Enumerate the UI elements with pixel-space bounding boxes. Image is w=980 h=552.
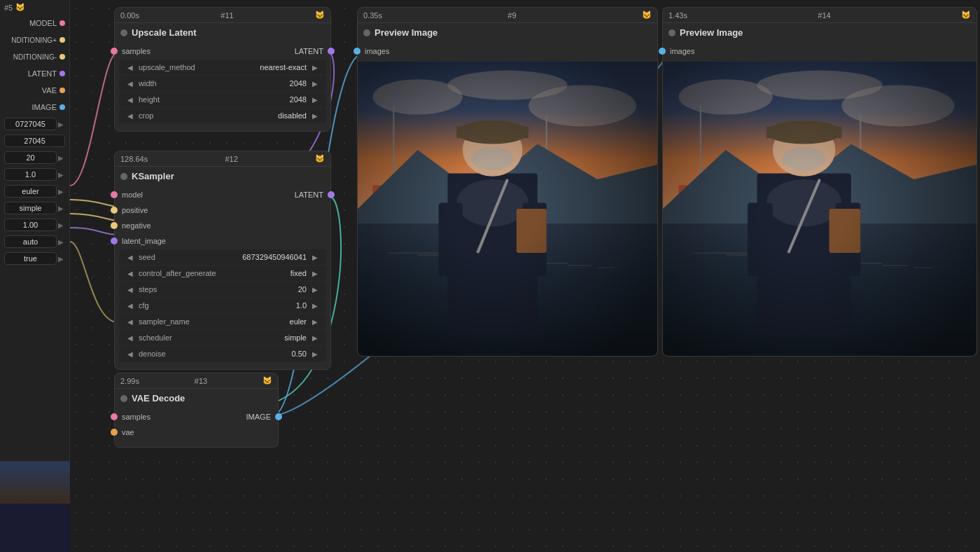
preview1-id: #9: [507, 11, 516, 20]
param-steps[interactable]: ◀ steps 20 ▶: [119, 282, 326, 297]
seed-value: 0727045: [4, 118, 57, 130]
sampler-arrow[interactable]: ▶: [57, 188, 65, 195]
preview2-id: #14: [818, 11, 830, 20]
preview2-body: images: [663, 41, 976, 62]
ksampler-header: 128.64s #12 🐱: [115, 151, 330, 167]
width-value: 2048: [290, 79, 309, 88]
sidebar-item-model: MODEL: [0, 15, 69, 32]
sampler-name-left-arrow[interactable]: ◀: [125, 318, 136, 326]
sidebar-item-latent: LATENT: [0, 65, 69, 82]
cfg-right-arrow[interactable]: ▶: [309, 302, 321, 310]
scheduler-param-name: scheduler: [136, 333, 284, 342]
width-left-arrow[interactable]: ◀: [125, 80, 136, 88]
preview1-port-images: images: [358, 43, 657, 59]
upscale-body: samples LATENT ◀ upscale_method nearest-…: [115, 41, 330, 131]
upscale-method-right-arrow[interactable]: ▶: [309, 64, 321, 71]
cfg-arrow[interactable]: ▶: [57, 171, 65, 179]
seed-row[interactable]: 0727045 ▶: [0, 116, 69, 132]
vae-dot: [59, 88, 65, 93]
denoise-right-arrow[interactable]: ▶: [309, 350, 321, 358]
auto-arrow[interactable]: ▶: [57, 238, 65, 246]
sampler-name-right-arrow[interactable]: ▶: [309, 318, 321, 326]
scheduler-arrow[interactable]: ▶: [57, 205, 65, 212]
fire-icon-14: 🐱: [961, 11, 971, 20]
preview1-body: images: [358, 41, 657, 62]
cfg-left-arrow[interactable]: ◀: [125, 302, 136, 310]
param-upscale-method[interactable]: ◀ upscale_method nearest-exact ▶: [119, 60, 326, 75]
seed-right-arrow[interactable]: ▶: [309, 254, 321, 261]
control-param-value: fixed: [290, 269, 309, 277]
model-port-label: model: [122, 191, 143, 199]
height-right-arrow[interactable]: ▶: [309, 96, 321, 104]
upscale-method-value: nearest-exact: [260, 63, 309, 71]
seed-left-arrow[interactable]: ◀: [125, 254, 136, 261]
scheduler-row[interactable]: simple ▶: [0, 200, 69, 216]
latent-out-label: LATENT: [295, 47, 323, 55]
preview2-header: 1.43s #14 🐱: [663, 8, 976, 23]
fire-icon-5: 🐱: [15, 3, 25, 12]
param-control-after[interactable]: ◀ control_after_generate fixed ▶: [119, 265, 326, 281]
preview2-port-images: images: [663, 43, 976, 59]
latent-label: LATENT: [3, 69, 57, 78]
control-right-arrow[interactable]: ▶: [309, 270, 321, 277]
latent-port-label: latent_image: [122, 237, 166, 245]
true-value: true: [4, 252, 57, 265]
fire-icon-9: 🐱: [642, 11, 652, 20]
vae-time: 2.99s: [120, 377, 139, 385]
ksampler-port-negative: negative: [115, 218, 330, 233]
node-upscale-latent: 0.00s #11 🐱 Upscale Latent samples LATEN…: [114, 7, 331, 132]
latent-out-dot: [328, 48, 335, 55]
denoise-arrow[interactable]: ▶: [57, 221, 65, 229]
upscale-title: Upscale Latent: [115, 23, 330, 41]
param-width[interactable]: ◀ width 2048 ▶: [119, 76, 326, 91]
sidebar-item-conditioning-pos: NDITIONING+: [0, 32, 69, 48]
negative-in-dot: [111, 222, 118, 229]
param-scheduler[interactable]: ◀ scheduler simple ▶: [119, 330, 326, 345]
crop-left-arrow[interactable]: ◀: [125, 112, 136, 120]
upscale-status-dot: [120, 29, 127, 36]
crop-right-arrow[interactable]: ▶: [309, 112, 321, 120]
scheduler-left-arrow[interactable]: ◀: [125, 334, 136, 342]
param-seed[interactable]: ◀ seed 687329450946041 ▶: [119, 249, 326, 265]
image-dot: [59, 104, 65, 110]
preview2-images-in-dot: [659, 48, 666, 55]
height-left-arrow[interactable]: ◀: [125, 96, 136, 104]
param-denoise[interactable]: ◀ denoise 0.50 ▶: [119, 346, 326, 361]
vae-samples-label: samples: [122, 413, 150, 421]
scheduler-right-arrow[interactable]: ▶: [309, 334, 321, 342]
denoise-value: 1.00: [4, 219, 57, 231]
auto-row[interactable]: auto ▶: [0, 233, 69, 250]
steps-arrow[interactable]: ▶: [57, 154, 65, 162]
upscale-method-left-arrow[interactable]: ◀: [125, 64, 136, 71]
true-row[interactable]: true ▶: [0, 250, 69, 267]
param-sampler-name[interactable]: ◀ sampler_name euler ▶: [119, 314, 326, 329]
cfg-row[interactable]: 1.0 ▶: [0, 166, 69, 183]
vae-port-label: vae: [122, 428, 134, 436]
preview1-time: 0.35s: [363, 11, 382, 20]
conditioning-pos-label: NDITIONING+: [3, 36, 57, 44]
preview1-title: Preview Image: [358, 23, 657, 41]
height-name: height: [136, 95, 290, 104]
param-cfg[interactable]: ◀ cfg 1.0 ▶: [119, 298, 326, 313]
preview1-image-area: [358, 62, 657, 356]
preview2-time: 1.43s: [668, 11, 687, 20]
steps-left-arrow[interactable]: ◀: [125, 286, 136, 294]
sidebar-item-conditioning-neg: NDITIONING-: [0, 48, 69, 65]
node-ksampler: 128.64s #12 🐱 KSampler model LATENT posi…: [114, 151, 331, 370]
sidebar: #5 🐱 MODEL NDITIONING+ NDITIONING- LATEN…: [0, 0, 70, 552]
sampler-name-param-value: euler: [290, 317, 309, 326]
seed-arrow[interactable]: ▶: [57, 120, 65, 128]
denoise-left-arrow[interactable]: ◀: [125, 350, 136, 358]
preview2-status-dot: [668, 29, 676, 36]
sampler-row[interactable]: euler ▶: [0, 183, 69, 200]
param-crop[interactable]: ◀ crop disabled ▶: [119, 108, 326, 123]
steps-right-arrow[interactable]: ▶: [309, 286, 321, 294]
steps-row[interactable]: 20 ▶: [0, 149, 69, 166]
width-right-arrow[interactable]: ▶: [309, 80, 321, 88]
control-left-arrow[interactable]: ◀: [125, 270, 136, 277]
model-label: MODEL: [3, 19, 57, 27]
param-height[interactable]: ◀ height 2048 ▶: [119, 92, 326, 107]
seed2-row[interactable]: 27045: [0, 132, 69, 149]
true-arrow[interactable]: ▶: [57, 255, 65, 263]
denoise-row[interactable]: 1.00 ▶: [0, 216, 69, 233]
